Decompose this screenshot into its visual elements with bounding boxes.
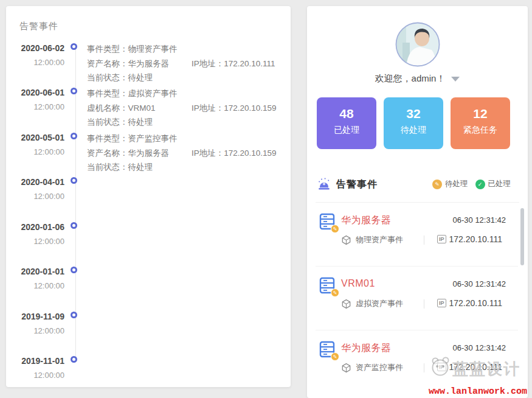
pending-badge-icon: ✎ bbox=[331, 288, 339, 297]
stat-label: 紧急任务 bbox=[451, 125, 510, 136]
status-value: 待处理 bbox=[128, 117, 153, 127]
asset-name-value: VRM01 bbox=[128, 103, 156, 113]
stat-card-pending[interactable]: 32 待处理 bbox=[384, 97, 443, 149]
pending-badge-icon: ✎ bbox=[331, 352, 339, 361]
legend-pending[interactable]: ✎ 待处理 bbox=[432, 179, 468, 189]
alert-asset-name[interactable]: 华为服务器 bbox=[341, 342, 392, 355]
status-label: 当前状态： bbox=[87, 117, 128, 127]
alert-ip: 172.20.10.111 bbox=[449, 298, 502, 308]
pending-badge-icon: ✎ bbox=[331, 225, 339, 233]
alert-asset-name[interactable]: VRM01 bbox=[341, 278, 375, 289]
alert-timestamp: 06-30 12:31:42 bbox=[453, 215, 506, 225]
asset-name-label: 资产名称： bbox=[87, 59, 128, 68]
panel-title: 告警事件 bbox=[19, 21, 58, 32]
alert-timestamp: 06-30 12:31:42 bbox=[453, 343, 506, 352]
event-date: 2019-11-09 bbox=[10, 312, 64, 321]
legend-label: 已处理 bbox=[488, 179, 511, 189]
asset-name-value: 华为服务器 bbox=[128, 59, 170, 68]
divider bbox=[424, 236, 424, 245]
ip-label: IP地址： bbox=[192, 103, 224, 113]
watermark-url: www.lanlanwork.com bbox=[429, 386, 527, 397]
event-time: 12:00:00 bbox=[10, 102, 64, 111]
stat-value: 48 bbox=[317, 106, 376, 121]
legend-label: 待处理 bbox=[445, 179, 468, 189]
alert-list-item[interactable]: ✎ 华为服务器 06-30 12:31:42 资产监控事件 IP 172.20.… bbox=[307, 338, 528, 389]
stat-label: 已处理 bbox=[317, 125, 376, 136]
divider bbox=[316, 266, 518, 267]
divider bbox=[316, 202, 519, 203]
alerts-section-title: 告警事件 bbox=[336, 178, 378, 191]
event-type-value: 物理资产事件 bbox=[128, 44, 178, 54]
alert-ip: 172.20.10.111 bbox=[449, 362, 502, 372]
ip-label: IP地址： bbox=[192, 59, 224, 68]
server-icon: ✎ bbox=[318, 212, 336, 231]
event-date: 2019-11-01 bbox=[10, 356, 64, 366]
welcome-text: 欢迎您，admin！ bbox=[375, 73, 446, 83]
divider bbox=[316, 330, 518, 330]
alert-asset-name[interactable]: 华为服务器 bbox=[341, 214, 392, 227]
event-time: 12:00:00 bbox=[10, 192, 64, 201]
status-value: 待处理 bbox=[128, 162, 153, 172]
event-time: 12:00:00 bbox=[10, 147, 64, 156]
chevron-down-icon[interactable] bbox=[451, 77, 460, 82]
status-label: 当前状态： bbox=[87, 73, 128, 82]
event-time: 12:00:00 bbox=[10, 281, 64, 290]
timeline-node-icon bbox=[71, 222, 77, 229]
legend-done[interactable]: ✓ 已处理 bbox=[475, 179, 511, 189]
scrollbar-thumb[interactable] bbox=[520, 208, 524, 265]
user-summary-panel: 欢迎您，admin！ 48 已处理 32 待处理 12 紧急任务 bbox=[307, 6, 528, 398]
timeline-node-icon bbox=[71, 43, 77, 50]
timeline-node-icon bbox=[71, 133, 77, 139]
stat-card-processed[interactable]: 48 已处理 bbox=[317, 97, 376, 149]
server-icon: ✎ bbox=[318, 340, 336, 358]
stat-label: 待处理 bbox=[384, 125, 443, 136]
status-value: 待处理 bbox=[128, 73, 153, 82]
alert-timeline-panel: 告警事件 2020-06-02 12:00:00 事件类型：物理资产事件 资产名… bbox=[6, 6, 291, 387]
event-type-value: 资产监控事件 bbox=[128, 134, 178, 143]
alert-event-type: 虚拟资产事件 bbox=[356, 298, 403, 309]
asset-type-icon bbox=[341, 363, 351, 373]
status-legend: ✎ 待处理 ✓ 已处理 bbox=[432, 179, 511, 189]
alert-ip: 172.20.10.111 bbox=[449, 234, 502, 244]
stats-row: 48 已处理 32 待处理 12 紧急任务 bbox=[317, 97, 510, 149]
status-label: 当前状态： bbox=[87, 162, 128, 172]
event-type-label: 事件类型： bbox=[87, 89, 128, 98]
event-date: 2020-01-01 bbox=[10, 267, 64, 276]
event-type-label: 事件类型： bbox=[87, 134, 128, 143]
timeline-node-icon bbox=[71, 356, 77, 363]
alert-event-type: 资产监控事件 bbox=[356, 362, 403, 373]
event-date: 2020-06-01 bbox=[10, 88, 64, 97]
pending-icon: ✎ bbox=[432, 180, 442, 189]
event-date: 2020-04-01 bbox=[10, 177, 64, 187]
ip-label: IP地址： bbox=[192, 148, 224, 158]
server-icon: ✎ bbox=[318, 276, 336, 295]
alert-list-item[interactable]: ✎ VRM01 06-30 12:31:42 虚拟资产事件 IP 172.20.… bbox=[307, 274, 528, 325]
alert-list-item[interactable]: ✎ 华为服务器 06-30 12:31:42 物理资产事件 IP 172.20.… bbox=[307, 210, 528, 261]
ip-icon: IP bbox=[437, 299, 446, 307]
asset-type-icon bbox=[341, 299, 351, 309]
event-time: 12:00:00 bbox=[10, 237, 64, 246]
stat-value: 32 bbox=[384, 106, 443, 121]
event-type-label: 事件类型： bbox=[87, 44, 128, 54]
event-date: 2020-05-01 bbox=[10, 133, 64, 142]
done-icon: ✓ bbox=[475, 180, 485, 189]
ip-value: 172.20.10.111 bbox=[224, 59, 275, 68]
alert-timestamp: 06-30 12:31:42 bbox=[453, 279, 506, 288]
asset-name-label: 虚机名称： bbox=[87, 103, 128, 113]
timeline-node-icon bbox=[71, 267, 77, 273]
ip-icon: IP bbox=[437, 235, 446, 243]
ip-icon: IP bbox=[437, 363, 446, 371]
avatar[interactable] bbox=[395, 22, 440, 67]
alarm-siren-icon bbox=[317, 176, 331, 194]
asset-type-icon bbox=[341, 235, 351, 245]
ip-value: 172.20.10.159 bbox=[224, 148, 276, 158]
divider bbox=[424, 299, 424, 309]
stat-card-urgent[interactable]: 12 紧急任务 bbox=[451, 97, 510, 149]
alert-event-type: 物理资产事件 bbox=[356, 234, 403, 245]
asset-name-value: 华为服务器 bbox=[128, 148, 170, 158]
stat-value: 12 bbox=[451, 106, 510, 121]
timeline-node-icon bbox=[71, 177, 77, 184]
timeline-node-icon bbox=[71, 312, 77, 318]
ip-value: 172.20.10.159 bbox=[224, 103, 276, 113]
asset-name-label: 资产名称： bbox=[87, 148, 128, 158]
